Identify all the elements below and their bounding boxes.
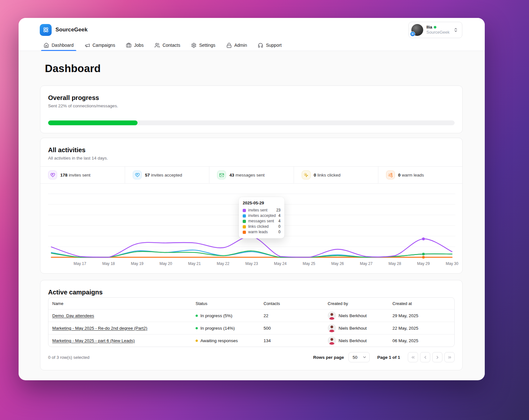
campaign-link[interactable]: Marketing - May 2025 - Re-do 2nd degree … [52, 326, 147, 331]
status-badge: In progress (5%) [200, 313, 232, 318]
stat-label: invites accepted [151, 173, 182, 177]
series-swatch [243, 220, 246, 223]
column-created-by: Created by [324, 301, 389, 306]
contacts-count: 134 [260, 338, 324, 343]
nav-label: Support [266, 43, 281, 48]
megaphone-icon [85, 43, 90, 48]
series-value: 4 [278, 213, 281, 218]
page-info: Page 1 of 1 [377, 355, 400, 360]
sourcegeek-badge-icon [410, 31, 415, 37]
pagination-prev-button[interactable] [420, 352, 430, 362]
all-activities-card: All activities All activities in the las… [40, 138, 463, 274]
activity-chart-area: May 17May 18May 19May 20May 21May 22May … [40, 184, 462, 273]
avatar [328, 311, 336, 320]
overall-progress-subtitle: Sent 22% of connections/messages. [48, 103, 455, 109]
rows-per-page-value: 50 [353, 355, 357, 360]
nav-label: Dashboard [52, 43, 74, 48]
svg-text:May 30: May 30 [446, 261, 458, 266]
sourcegeek-logo-icon [40, 24, 52, 36]
created-at-date: 22 May, 2025 [389, 326, 454, 331]
nav-label: Settings [199, 43, 215, 48]
rows-per-page-select[interactable]: 50 [348, 352, 370, 362]
pagination-last-button[interactable] [444, 352, 455, 362]
svg-text:May 21: May 21 [188, 261, 201, 266]
nav-label: Jobs [134, 43, 144, 48]
svg-text:May 23: May 23 [245, 261, 258, 266]
user-org: SourceGeek [426, 30, 449, 35]
series-swatch [243, 231, 246, 234]
series-label: warm leads [248, 229, 268, 235]
rows-selected-text: 0 of 3 row(s) selected [48, 355, 89, 360]
stat-value: 43 [229, 173, 234, 177]
campaign-link[interactable]: Marketing - May 2025 - part 6 (New Leads… [52, 338, 135, 343]
stat-value: 0 [398, 173, 401, 177]
chart-tooltip: 2025-05-29 invites sent23 invites accept… [239, 197, 284, 238]
overall-progress-card: Overall progress Sent 22% of connections… [40, 86, 463, 133]
avatar [328, 336, 336, 345]
thermometer-sun-icon [386, 170, 395, 179]
table-row[interactable]: Marketing - May 2025 - part 6 (New Leads… [48, 334, 454, 347]
avatar [328, 324, 336, 332]
svg-text:May 22: May 22 [217, 261, 230, 266]
svg-text:May 17: May 17 [74, 261, 87, 266]
chevrons-left-icon [411, 355, 416, 360]
briefcase-icon [126, 43, 131, 48]
nav-label: Admin [234, 43, 247, 48]
activity-stats-row: 178invites sent 57invites accepted 43mes… [40, 166, 462, 184]
nav-jobs[interactable]: Jobs [125, 40, 144, 51]
series-value: 23 [276, 208, 281, 213]
pointer-click-icon [302, 170, 311, 179]
stat-links-clicked: 0links clicked [294, 167, 378, 183]
status-badge: Awaiting responses [200, 338, 238, 343]
gear-icon [191, 43, 197, 48]
svg-text:May 18: May 18 [102, 261, 115, 266]
series-value: 0 [278, 229, 281, 235]
table-footer: 0 of 3 row(s) selected Rows per page 50 … [48, 352, 455, 362]
stat-value: 0 [314, 173, 316, 177]
column-status: Status [192, 301, 260, 306]
series-value: 0 [278, 224, 281, 229]
activities-subtitle: All activities in the last 14 days. [48, 155, 455, 161]
main-nav: Dashboard Campaigns Jobs Contacts Settin… [19, 40, 485, 51]
heart-handshake-icon [133, 170, 142, 179]
nav-label: Contacts [163, 43, 180, 48]
series-value: 4 [278, 218, 281, 224]
page-content: Dashboard Overall progress Sent 22% of c… [19, 51, 485, 380]
column-contacts: Contacts [260, 301, 324, 306]
svg-text:May 25: May 25 [303, 261, 315, 266]
nav-admin[interactable]: Admin [226, 40, 248, 51]
activities-title: All activities [48, 146, 455, 154]
pagination-first-button[interactable] [408, 352, 418, 362]
chevrons-up-down-icon [453, 28, 458, 32]
user-name: Ilia [426, 25, 432, 30]
user-menu[interactable]: Ilia SourceGeek [408, 22, 462, 38]
chevron-right-icon [435, 355, 440, 360]
table-row[interactable]: Demo_Day attendees In progress (5%) 22 N… [48, 309, 454, 322]
users-icon [155, 43, 160, 48]
nav-dashboard[interactable]: Dashboard [43, 40, 74, 51]
brand[interactable]: SourceGeek [40, 24, 88, 36]
table-row[interactable]: Marketing - May 2025 - Re-do 2nd degree … [48, 322, 454, 334]
top-bar: SourceGeek Ilia SourceGeek [19, 18, 485, 38]
nav-contacts[interactable]: Contacts [154, 40, 181, 51]
nav-settings[interactable]: Settings [190, 40, 216, 51]
svg-text:May 27: May 27 [360, 261, 373, 266]
series-swatch [243, 214, 246, 218]
stat-messages-sent: 43messages sent [209, 167, 293, 183]
app-window: SourceGeek Ilia SourceGeek [19, 18, 485, 380]
campaign-link[interactable]: Demo_Day attendees [52, 313, 94, 318]
pagination-next-button[interactable] [432, 352, 442, 362]
series-swatch [243, 209, 246, 212]
svg-text:May 24: May 24 [274, 261, 287, 266]
stat-invites-accepted: 57invites accepted [125, 167, 209, 183]
series-label: messages sent [248, 218, 274, 224]
nav-campaigns[interactable]: Campaigns [84, 40, 116, 51]
progress-bar [48, 120, 455, 125]
nav-support[interactable]: Support [257, 40, 282, 51]
stat-value: 57 [145, 173, 150, 177]
status-dot [196, 315, 198, 317]
svg-text:May 20: May 20 [159, 261, 172, 266]
series-swatch [243, 225, 246, 228]
heart-handshake-icon [48, 170, 57, 179]
contacts-count: 500 [260, 326, 324, 331]
